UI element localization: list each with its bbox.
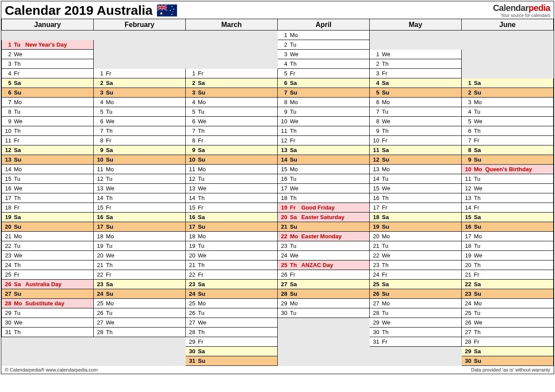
- weekday: Fr: [198, 70, 208, 77]
- empty-cell: [278, 337, 370, 347]
- day-number: 12: [371, 156, 379, 163]
- weekday: Mo: [474, 99, 483, 105]
- day-cell: 23Tu: [278, 241, 370, 251]
- day-number: 1: [95, 70, 103, 77]
- day-cell: 19FrGood Friday: [278, 203, 370, 213]
- day-number: 8: [187, 137, 195, 144]
- calendar-row: 9We6We6We10We8We5We: [2, 117, 554, 126]
- month-header: February: [94, 19, 186, 30]
- calendar-row: 28MoSubstitute day25Mo25Mo29Mo27Mo24Mo: [2, 299, 554, 308]
- day-number: 13: [371, 166, 379, 172]
- weekday: Tu: [290, 108, 300, 115]
- day-number: 6: [3, 89, 11, 96]
- logo-tagline: Your source for calendars: [493, 13, 550, 18]
- day-cell: 25Mo: [94, 299, 186, 308]
- calendar-row: 11Fr8Fr8Fr12Fr10Fr7Fr: [2, 136, 554, 145]
- day-cell: 27Th: [462, 328, 554, 337]
- day-number: 20: [3, 223, 11, 230]
- calendar-row: 14Mo11Mo11Mo15Mo13Mo10MoQueen's Birthday: [2, 165, 554, 174]
- day-number: 12: [463, 185, 471, 192]
- weekday: Mo: [290, 99, 300, 105]
- day-cell: 12Su: [370, 155, 462, 165]
- weekday: We: [290, 252, 300, 259]
- weekday: Mo: [106, 233, 116, 240]
- weekday: Sa: [198, 214, 208, 220]
- calendar-row: 8Tu5Tu5Tu9Tu7Tu4Tu: [2, 107, 554, 117]
- day-cell: 16Sa: [94, 213, 186, 222]
- day-number: 7: [187, 128, 195, 134]
- day-cell: 8We: [370, 117, 462, 126]
- calendar-row: 29Fr31Fr28Fr: [2, 337, 554, 347]
- day-number: 10: [279, 118, 287, 125]
- day-cell: 4Fr: [2, 69, 94, 78]
- weekday: We: [106, 319, 116, 326]
- day-cell: 23Sa: [186, 280, 278, 289]
- weekday: Tu: [474, 243, 483, 249]
- weekday: Tu: [290, 243, 300, 249]
- weekday: Su: [14, 89, 24, 96]
- day-number: 6: [279, 80, 287, 86]
- day-cell: 16We: [2, 184, 94, 193]
- day-cell: 5Sa: [2, 78, 94, 88]
- day-number: 2: [371, 61, 379, 67]
- weekday: Tu: [290, 41, 300, 48]
- day-cell: 7Th: [186, 126, 278, 136]
- empty-cell: [462, 69, 554, 78]
- day-number: 17: [371, 204, 379, 211]
- day-cell: 25Tu: [462, 308, 554, 318]
- event-label: Easter Monday: [301, 233, 341, 240]
- day-number: 24: [371, 271, 379, 278]
- day-cell: 14Th: [94, 193, 186, 203]
- calendar-row: 26SaAustralia Day23Sa23Sa27Sa25Sa22Sa: [2, 280, 554, 289]
- day-number: 22: [463, 281, 471, 287]
- day-cell: 20Su: [2, 222, 94, 232]
- day-cell: 7Su: [278, 88, 370, 98]
- day-number: 27: [95, 319, 103, 326]
- day-cell: 18Mo: [186, 232, 278, 241]
- empty-cell: [370, 30, 462, 40]
- day-cell: 22We: [370, 251, 462, 260]
- weekday: Th: [106, 262, 116, 268]
- day-cell: 22Fr: [186, 270, 278, 280]
- day-cell: 4Tu: [462, 107, 554, 117]
- weekday: Th: [474, 128, 483, 134]
- weekday: Sa: [474, 281, 483, 287]
- day-number: 8: [3, 108, 11, 115]
- weekday: Th: [14, 128, 24, 134]
- svg-point-3: [171, 6, 172, 7]
- event-label: Australia Day: [25, 281, 61, 287]
- day-number: 2: [279, 41, 287, 48]
- day-cell: 11Mo: [94, 165, 186, 174]
- calendar-row: 13Su10Su10Su14Su12Su9Su: [2, 155, 554, 165]
- weekday: We: [106, 252, 116, 259]
- day-cell: 14Mo: [2, 165, 94, 174]
- day-number: 3: [463, 99, 471, 105]
- weekday: Sa: [198, 80, 208, 86]
- day-number: 9: [187, 147, 195, 153]
- day-cell: 15Tu: [2, 174, 94, 184]
- day-cell: 30We: [2, 318, 94, 328]
- day-number: 22: [187, 271, 195, 278]
- weekday: Th: [106, 195, 116, 201]
- day-cell: 12Tu: [186, 174, 278, 184]
- event-label: Good Friday: [301, 204, 335, 211]
- day-number: 7: [279, 89, 287, 96]
- day-cell: 17Mo: [462, 232, 554, 241]
- day-number: 29: [371, 319, 379, 326]
- day-number: 2: [187, 80, 195, 86]
- calendar-row: 17Th14Th14Th18Th16Th13Th: [2, 193, 554, 203]
- weekday: Su: [474, 89, 483, 96]
- day-cell: 27Sa: [278, 280, 370, 289]
- weekday: Sa: [290, 147, 300, 153]
- day-number: 9: [371, 128, 379, 134]
- weekday: Sa: [290, 281, 300, 287]
- day-number: 9: [3, 118, 11, 125]
- weekday: Fr: [290, 271, 300, 278]
- day-cell: 24Mo: [462, 299, 554, 308]
- day-number: 18: [3, 204, 11, 211]
- calendar-row: 12Sa9Sa9Sa13Sa11Sa8Sa: [2, 145, 554, 155]
- day-cell: 10Su: [94, 155, 186, 165]
- day-number: 23: [95, 281, 103, 287]
- weekday: We: [198, 185, 208, 192]
- day-number: 13: [279, 147, 287, 153]
